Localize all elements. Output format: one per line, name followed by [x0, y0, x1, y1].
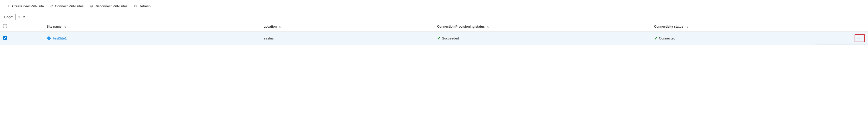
vpn-sites-table-container: Site name ↑↓ Location ↑↓ Connection Prov…	[0, 22, 868, 45]
conn-status-text: Connected	[659, 36, 676, 40]
column-header-prov-status[interactable]: Connection Provisioning status ↑↓	[434, 22, 651, 32]
conn-status-success-icon: ✔	[654, 36, 658, 41]
plus-icon: ＋	[7, 4, 10, 8]
page-select[interactable]: 1	[15, 14, 26, 20]
row-conn-status-cell: ✔ Connected	[651, 32, 825, 45]
refresh-icon: ↺	[134, 4, 137, 8]
disconnect-vpn-sites-button[interactable]: ⊘ Disconnect VPN sites	[87, 2, 130, 10]
create-vpn-site-button[interactable]: ＋ Create new VPN site	[4, 2, 46, 10]
vpn-site-icon: 🔷	[46, 36, 51, 40]
row-checkbox[interactable]	[3, 36, 7, 40]
sort-location-icon: ↑↓	[279, 25, 282, 28]
context-menu: ✎ Edit VPN connection to this hub 🗑 Dele…	[815, 45, 868, 45]
refresh-label: Refresh	[139, 4, 151, 8]
vpn-sites-table: Site name ↑↓ Location ↑↓ Connection Prov…	[0, 22, 868, 45]
prov-status-success-icon: ✔	[437, 36, 441, 41]
disconnect-vpn-sites-label: Disconnect VPN sites	[95, 4, 128, 8]
select-all-checkbox[interactable]	[3, 24, 7, 28]
toolbar: ＋ Create new VPN site ⊙ Connect VPN site…	[0, 0, 868, 12]
table-header-row: Site name ↑↓ Location ↑↓ Connection Prov…	[0, 22, 868, 32]
refresh-button[interactable]: ↺ Refresh	[131, 2, 153, 10]
column-header-actions	[825, 22, 868, 32]
row-checkbox-cell	[0, 32, 43, 45]
disconnect-icon: ⊘	[90, 4, 93, 8]
sort-site-name-icon: ↑↓	[63, 25, 66, 28]
page-label: Page:	[4, 15, 13, 19]
column-header-location[interactable]: Location ↑↓	[260, 22, 434, 32]
sort-conn-status-icon: ↑↓	[685, 25, 688, 28]
row-site-name-cell: 🔷 TestSite1	[43, 32, 260, 45]
prov-status-text: Succeeded	[442, 36, 459, 40]
row-location-cell: eastus	[260, 32, 434, 45]
sort-prov-status-icon: ↑↓	[487, 25, 490, 28]
table-row: 🔷 TestSite1 eastus ✔ Succeeded ✔ Connect…	[0, 32, 868, 45]
site-name-link[interactable]: TestSite1	[53, 36, 67, 40]
column-header-conn-status[interactable]: Connectivity status ↑↓	[651, 22, 825, 32]
row-prov-status-cell: ✔ Succeeded	[434, 32, 651, 45]
select-all-column	[0, 22, 43, 32]
connect-icon: ⊙	[50, 4, 54, 8]
column-header-site-name[interactable]: Site name ↑↓	[43, 22, 260, 32]
row-more-actions-button[interactable]: ···	[855, 34, 865, 42]
create-vpn-site-label: Create new VPN site	[12, 4, 44, 8]
row-actions-cell: ··· ✎ Edit VPN connection to this hub 🗑 …	[825, 32, 868, 45]
pagination-bar: Page: 1	[0, 12, 868, 22]
connect-vpn-sites-button[interactable]: ⊙ Connect VPN sites	[48, 2, 86, 10]
connect-vpn-sites-label: Connect VPN sites	[55, 4, 84, 8]
